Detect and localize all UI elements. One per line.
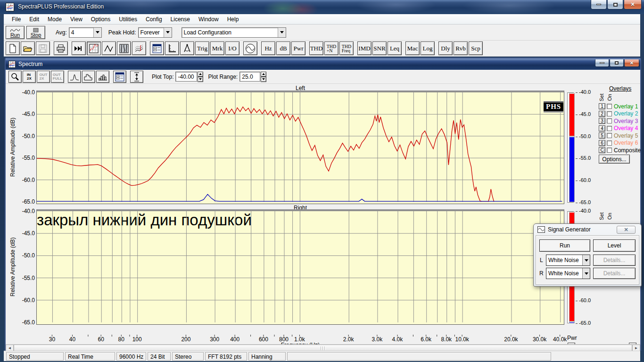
signal-generator-button[interactable] bbox=[243, 41, 257, 55]
trigger-button[interactable]: Trig bbox=[195, 41, 209, 55]
waveform-view-button[interactable] bbox=[102, 41, 116, 55]
line-plot-button[interactable] bbox=[68, 71, 81, 83]
plot-range-input[interactable]: 25.0 bbox=[239, 72, 260, 82]
dropdown-arrow-icon[interactable] bbox=[582, 268, 590, 279]
right-signal-select[interactable]: White Noise bbox=[546, 268, 590, 279]
macro-button[interactable]: Mac bbox=[405, 41, 420, 55]
thd-vs-freq-button[interactable]: THDFreq bbox=[339, 41, 354, 55]
menu-mode[interactable]: Mode bbox=[43, 15, 66, 24]
io-button[interactable]: I/O bbox=[225, 41, 239, 55]
signal-generator-window[interactable]: Signal Generator ✕ Run Level L White Noi… bbox=[533, 223, 642, 287]
overlay-set-button[interactable]: 3 bbox=[599, 118, 605, 124]
menu-help[interactable]: Help bbox=[223, 15, 243, 24]
reverb-button[interactable]: Rvb bbox=[454, 41, 468, 55]
peak-hold-select[interactable]: Forever bbox=[138, 27, 172, 38]
plot-top-label: Plot Top: bbox=[152, 74, 173, 80]
step-plot-button[interactable] bbox=[82, 71, 95, 83]
thd-button[interactable]: THD bbox=[309, 41, 323, 55]
overlay-set-button[interactable]: 6 bbox=[599, 140, 605, 146]
left-signal-select[interactable]: White Noise bbox=[546, 255, 590, 266]
thd-plus-n-button[interactable]: THD+N bbox=[324, 41, 339, 55]
maximize-button[interactable] bbox=[607, 0, 623, 9]
zoom-in-2x-button[interactable]: IN2X bbox=[23, 71, 36, 83]
right-chart-plot[interactable]: закрыл нижний дин подушкой bbox=[36, 209, 564, 325]
spectrogram-view-button[interactable] bbox=[117, 41, 131, 55]
markers-button[interactable]: Mrk bbox=[210, 41, 224, 55]
left-chart-plot[interactable]: PHS bbox=[36, 90, 564, 204]
overlay-set-button[interactable]: 4 bbox=[599, 125, 605, 132]
close-button[interactable]: ✕ bbox=[624, 0, 642, 9]
plot-settings-button[interactable] bbox=[113, 71, 126, 83]
control-panel-button[interactable] bbox=[150, 41, 164, 55]
right-chart-yticks: -40.0-45.0-50.0-55.0-60.0-65.0 bbox=[6, 211, 35, 322]
overlay-row: 3Overlay 3 bbox=[599, 117, 638, 124]
menu-file[interactable]: File bbox=[8, 15, 25, 24]
menu-options[interactable]: Options bbox=[87, 15, 115, 24]
plot-top-input[interactable]: -40.00 bbox=[175, 72, 197, 82]
minimize-button[interactable] bbox=[591, 0, 607, 9]
load-configuration-select[interactable]: Load Configuration bbox=[182, 27, 286, 38]
overlay-on-checkbox[interactable] bbox=[607, 104, 612, 109]
menu-utilities[interactable]: Utilities bbox=[115, 15, 141, 24]
delay-button[interactable]: Dly bbox=[438, 41, 453, 55]
icon-toolbar: Trig Mrk I/O Hz dB Pwr THD THD+N THDFreq… bbox=[4, 41, 640, 57]
generator-run-button[interactable]: Run bbox=[539, 239, 590, 252]
menu-window[interactable]: Window bbox=[194, 15, 223, 24]
overlay-on-checkbox[interactable] bbox=[607, 126, 612, 131]
amplitude-scale-button[interactable] bbox=[130, 71, 143, 83]
run-button[interactable]: Run bbox=[6, 26, 25, 39]
power-button[interactable]: Pwr bbox=[291, 41, 305, 55]
decibels-button[interactable]: dB bbox=[276, 41, 290, 55]
left-level-meter bbox=[567, 92, 574, 203]
scope-button[interactable]: Scp bbox=[469, 41, 483, 55]
frequency-button[interactable]: Hz bbox=[261, 41, 275, 55]
leq-button[interactable]: Leq bbox=[388, 41, 402, 55]
dropdown-arrow-icon[interactable] bbox=[582, 255, 590, 265]
signal-generator-close-button[interactable]: ✕ bbox=[617, 226, 636, 234]
overlay-set-button[interactable]: 1 bbox=[599, 103, 605, 109]
overlay-label: Composite bbox=[614, 147, 641, 154]
overlay-on-checkbox[interactable] bbox=[607, 118, 612, 123]
spectrum-maximize-button[interactable] bbox=[610, 59, 624, 67]
fast-forward-icon bbox=[74, 45, 83, 52]
snr-button[interactable]: SNR bbox=[372, 41, 387, 55]
calibration-button[interactable] bbox=[180, 41, 194, 55]
menu-config[interactable]: Config bbox=[141, 15, 166, 24]
spectrum-close-button[interactable]: ✕ bbox=[624, 59, 639, 67]
stop-button[interactable]: Stop bbox=[26, 26, 45, 39]
menu-view[interactable]: View bbox=[66, 15, 87, 24]
spectrum-view-button[interactable] bbox=[87, 41, 101, 55]
overlay-set-button[interactable]: C bbox=[599, 147, 605, 153]
overlay-on-checkbox[interactable] bbox=[607, 133, 612, 138]
menu-license[interactable]: License bbox=[166, 15, 194, 24]
signal-generator-title: Signal Generator bbox=[548, 226, 591, 233]
overlay-options-button[interactable]: Options... bbox=[599, 155, 630, 164]
plot-range-spinner[interactable] bbox=[261, 72, 266, 82]
plot-top-spinner[interactable] bbox=[198, 72, 203, 82]
overlay-on-checkbox[interactable] bbox=[607, 111, 612, 116]
scale-settings-button[interactable] bbox=[165, 41, 179, 55]
print-button[interactable] bbox=[54, 41, 68, 55]
generator-level-button[interactable]: Level bbox=[593, 239, 636, 252]
3d-surface-view-button[interactable] bbox=[132, 41, 146, 55]
bar-plot-button[interactable] bbox=[96, 71, 109, 83]
dropdown-arrow-icon[interactable] bbox=[164, 28, 172, 37]
overlay-set-button[interactable]: 5 bbox=[599, 132, 605, 139]
spectrum-minimize-button[interactable] bbox=[595, 59, 609, 67]
fast-forward-button[interactable] bbox=[72, 41, 86, 55]
signal-generator-titlebar[interactable]: Signal Generator bbox=[537, 226, 591, 233]
overlay-row: 1Overlay 1 bbox=[599, 103, 638, 110]
menu-edit[interactable]: Edit bbox=[25, 15, 43, 24]
open-file-button[interactable] bbox=[21, 41, 35, 55]
avg-select[interactable]: 4 bbox=[69, 27, 102, 38]
new-file-button[interactable] bbox=[6, 41, 20, 55]
y-tick-label: -50.0 bbox=[22, 252, 35, 259]
dropdown-arrow-icon[interactable] bbox=[93, 28, 101, 37]
dropdown-arrow-icon[interactable] bbox=[278, 28, 286, 37]
overlay-on-checkbox[interactable] bbox=[607, 148, 612, 153]
overlay-on-checkbox[interactable] bbox=[607, 140, 612, 146]
overlay-set-button[interactable]: 2 bbox=[599, 111, 605, 117]
zoom-button[interactable] bbox=[8, 71, 22, 83]
logging-button[interactable]: Log bbox=[421, 41, 435, 55]
imd-button[interactable]: IMD bbox=[357, 41, 372, 55]
